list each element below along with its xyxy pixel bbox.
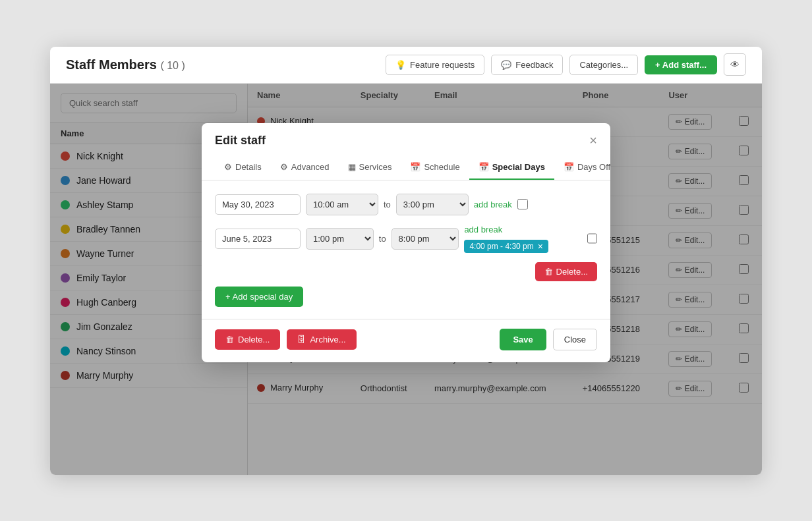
add-break-link-1[interactable]: add break — [474, 200, 512, 209]
archive-button[interactable]: 🗄 Archive... — [287, 329, 356, 350]
save-button[interactable]: Save — [500, 329, 546, 350]
trash-icon-delete: 🗑 — [225, 335, 234, 344]
trash-icon-row: 🗑 — [544, 267, 553, 277]
tab-schedule[interactable]: 📅 Schedule — [401, 155, 469, 180]
close-button[interactable]: Close — [553, 329, 597, 350]
add-special-day-button[interactable]: + Add special day — [215, 287, 303, 307]
time-to-select-2[interactable]: 10:00 am10:30 am11:00 am11:30 am12:00 pm… — [392, 228, 459, 250]
add-break-link-2[interactable]: add break — [464, 225, 502, 234]
modal-close-button[interactable]: × — [589, 134, 597, 147]
modal-overlay: Edit staff × ⚙ Details ⚙ Advanced ▦ — [50, 84, 762, 475]
row-checkbox-2[interactable] — [587, 233, 597, 244]
gear-icon: ⚙ — [224, 162, 232, 172]
grid-icon: ▦ — [348, 162, 356, 172]
edit-staff-modal: Edit staff × ⚙ Details ⚙ Advanced ▦ — [202, 123, 610, 362]
special-day-row-2: 10:00 am10:30 am11:00 am11:30 am12:00 pm… — [215, 225, 597, 253]
tab-services[interactable]: ▦ Services — [339, 155, 401, 180]
add-staff-button[interactable]: + Add staff... — [645, 55, 717, 74]
tab-advanced[interactable]: ⚙ Advanced — [271, 155, 339, 180]
time-from-select-1[interactable]: 10:00 am10:30 am11:00 am11:30 am12:00 pm… — [306, 194, 378, 215]
categories-button[interactable]: Categories... — [569, 55, 638, 75]
date-input-2[interactable] — [215, 229, 301, 249]
cal-icon-special: 📅 — [478, 162, 489, 172]
tab-details[interactable]: ⚙ Details — [215, 155, 271, 180]
break-tag-close[interactable]: × — [538, 242, 543, 251]
special-day-row-1: 10:00 am10:30 am11:00 am11:30 am12:00 pm… — [215, 194, 597, 215]
date-input-1[interactable] — [215, 194, 301, 215]
tab-days-off[interactable]: 📅 Days Off — [554, 155, 610, 180]
tab-special-days[interactable]: 📅 Special Days — [469, 155, 554, 180]
page-title: Staff Members ( 10 ) — [66, 57, 185, 72]
archive-icon: 🗄 — [297, 335, 306, 344]
cal-icon-off: 📅 — [564, 162, 574, 172]
cal-icon-sched: 📅 — [410, 162, 420, 172]
delete-button[interactable]: 🗑 Delete... — [215, 329, 280, 350]
time-from-select-2[interactable]: 10:00 am10:30 am11:00 am11:30 am12:00 pm… — [306, 228, 374, 250]
delete-row-button[interactable]: 🗑 Delete... — [535, 262, 597, 281]
modal-tabs: ⚙ Details ⚙ Advanced ▦ Services 📅 Schedu… — [202, 155, 610, 180]
feature-requests-button[interactable]: 💡 Feature requests — [386, 55, 484, 75]
row-checkbox-1[interactable] — [517, 199, 528, 209]
time-to-select-1[interactable]: 10:00 am10:30 am11:00 am11:30 am12:00 pm… — [396, 194, 469, 215]
eye-icon-button[interactable]: 👁 — [724, 53, 746, 76]
break-tag-label: 4:00 pm - 4:30 pm — [469, 242, 533, 251]
chat-icon: 💬 — [501, 60, 511, 70]
gear-icon-adv: ⚙ — [280, 162, 288, 172]
lightbulb-icon: 💡 — [395, 60, 406, 70]
modal-title: Edit staff — [215, 134, 266, 148]
break-tag: 4:00 pm - 4:30 pm × — [464, 240, 548, 253]
feedback-button[interactable]: 💬 Feedback — [491, 55, 563, 75]
